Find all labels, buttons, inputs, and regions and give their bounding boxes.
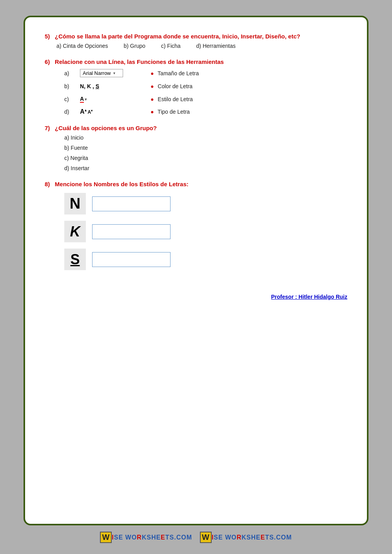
shrink-a: A▾ xyxy=(88,109,93,115)
question-7: 7) ¿Cuál de las opciones es un Grupo? a)… xyxy=(45,125,347,171)
q6-right-d: ● Tipo de Letra xyxy=(151,109,190,115)
w-icon-2: W xyxy=(200,532,212,543)
q6-row-c: c) A ▾ ● Estilo de Letra xyxy=(64,95,347,103)
q7-number: 7) xyxy=(45,125,50,131)
letter-a-colored: A xyxy=(80,96,84,103)
q6-left-b: N, K , S xyxy=(80,83,143,90)
letter-a-arrow: ▾ xyxy=(85,97,87,102)
q6-right-a-text: Tamaño de Letra xyxy=(158,70,199,76)
q7-option-b: b) Fuente xyxy=(64,145,347,151)
nks-s: S xyxy=(96,83,99,89)
bullet-d: ● xyxy=(151,109,154,115)
q7-options: a) Inicio b) Fuente c) Negrita d) Insert… xyxy=(64,134,347,171)
q6-right-b: ● Color de Letra xyxy=(151,83,192,89)
footer-watermark: W ISE WORKSHEETS.COM W ISE WORKSHEETS.CO… xyxy=(100,532,292,547)
q6-row-a: a) Arial Narrow ▾ ● Tamaño de Letra xyxy=(64,69,347,77)
q8-input-s[interactable] xyxy=(92,252,171,267)
q6-match-table: a) Arial Narrow ▾ ● Tamaño de Letra b) xyxy=(64,69,347,115)
q6-number: 6) xyxy=(45,58,50,65)
q6-left-c: A ▾ xyxy=(80,95,143,103)
q5-options: a) Cinta de Opciones b) Grupo c) Ficha d… xyxy=(56,43,347,49)
q8-icon-rows: N K S xyxy=(64,193,347,270)
q6-right-c-text: Estilo de Letra xyxy=(158,96,193,102)
watermark-2: W ISE WORKSHEETS.COM xyxy=(200,532,292,543)
w-icon-1: W xyxy=(100,532,112,543)
q8-icon-italic: K xyxy=(64,221,86,242)
q6-row-b: b) N, K , S ● Color de Letra xyxy=(64,83,347,90)
q8-input-k[interactable] xyxy=(92,224,171,239)
q6-row-d: d) A▴ A▾ ● Tipo de Letra xyxy=(64,108,347,115)
bullet-c: ● xyxy=(151,96,154,102)
question-8: 8) Mencione los Nombres de los Estilos d… xyxy=(45,181,347,270)
professor-link[interactable]: Profesor : Hitler Hidalgo Ruiz xyxy=(271,294,347,300)
q5-question: ¿Cómo se llama la parte del Programa don… xyxy=(55,33,300,40)
question-6: 6) Relacione con una Línea, las Funcione… xyxy=(45,58,347,115)
q8-question: Mencione los Nombres de los Estilos de L… xyxy=(55,181,189,187)
q5-title: 5) ¿Cómo se llama la parte del Programa … xyxy=(45,33,347,40)
q7-question: ¿Cuál de las opciones es un Grupo? xyxy=(55,125,157,131)
q7-option-c: c) Negrita xyxy=(64,155,347,161)
q8-row-n: N xyxy=(64,193,347,214)
worksheet-page: 5) ¿Cómo se llama la parte del Programa … xyxy=(24,16,368,525)
q6-title: 6) Relacione con una Línea, las Funcione… xyxy=(45,58,347,65)
grow-a: A▴ xyxy=(80,108,87,115)
q5-option-d: d) Herramientas xyxy=(196,43,236,49)
q6-right-d-text: Tipo de Letra xyxy=(158,109,190,115)
grow-shrink-letters: A▴ A▾ xyxy=(80,108,93,115)
q8-icon-bold: N xyxy=(64,193,86,214)
professor-credit: Profesor : Hitler Hidalgo Ruiz xyxy=(45,294,347,300)
q6-right-b-text: Color de Letra xyxy=(158,83,192,89)
question-5: 5) ¿Cómo se llama la parte del Programa … xyxy=(45,33,347,49)
letter-a-color-group: A ▾ xyxy=(80,96,87,103)
q8-icon-underline: S xyxy=(64,249,86,270)
q6-left-d: A▴ A▾ xyxy=(80,108,143,115)
q8-title: 8) Mencione los Nombres de los Estilos d… xyxy=(45,181,347,187)
watermark-1: W ISE WORKSHEETS.COM xyxy=(100,532,192,543)
q6-right-a: ● Tamaño de Letra xyxy=(151,70,199,76)
q6-question: Relacione con una Línea, las Funciones d… xyxy=(55,58,224,65)
nks-label: N, K , S xyxy=(80,83,99,89)
dropdown-arrow-icon: ▾ xyxy=(113,71,115,75)
q7-option-d: d) Insertar xyxy=(64,165,347,171)
q5-option-a: a) Cinta de Opciones xyxy=(56,43,108,49)
q5-option-b: b) Grupo xyxy=(124,43,145,49)
font-dropdown-value: Arial Narrow xyxy=(83,70,111,76)
q6-left-a: Arial Narrow ▾ xyxy=(80,69,143,77)
q6-letter-b: b) xyxy=(64,83,72,89)
q8-row-k: K xyxy=(64,221,347,242)
watermark-text-1: ISE WORKSHEETS.COM xyxy=(112,534,192,541)
q5-option-c: c) Ficha xyxy=(161,43,181,49)
font-dropdown[interactable]: Arial Narrow ▾ xyxy=(80,69,123,77)
q8-row-s: S xyxy=(64,249,347,270)
q6-right-c: ● Estilo de Letra xyxy=(151,96,193,102)
q7-option-a: a) Inicio xyxy=(64,134,347,141)
q6-letter-d: d) xyxy=(64,109,72,115)
q6-letter-a: a) xyxy=(64,70,72,76)
watermark-text-2: ISE WORKSHEETS.COM xyxy=(212,534,292,541)
bullet-a: ● xyxy=(151,70,154,76)
q8-number: 8) xyxy=(45,181,50,187)
q7-title: 7) ¿Cuál de las opciones es un Grupo? xyxy=(45,125,347,131)
bullet-b: ● xyxy=(151,83,154,89)
q8-input-n[interactable] xyxy=(92,196,171,211)
q6-letter-c: c) xyxy=(64,96,72,102)
q5-number: 5) xyxy=(45,33,50,40)
